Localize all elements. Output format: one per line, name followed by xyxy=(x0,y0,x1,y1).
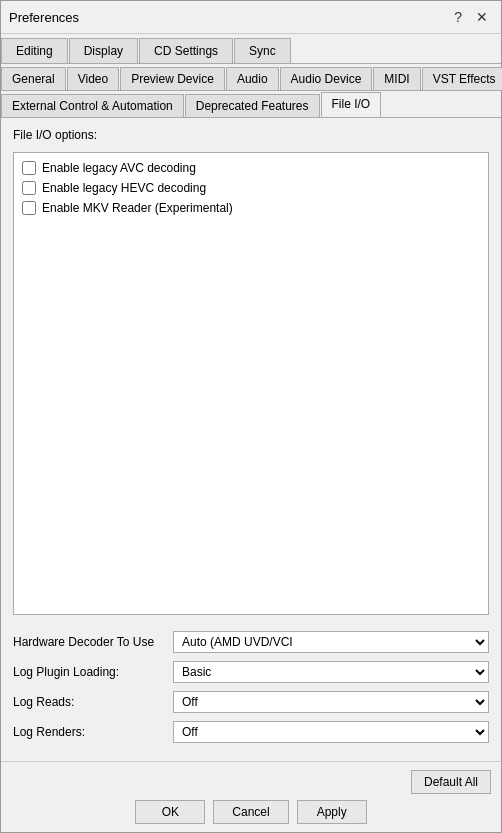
tab-cd-settings[interactable]: CD Settings xyxy=(139,38,233,63)
tab-preview-device[interactable]: Preview Device xyxy=(120,67,225,90)
checkbox-hevc-label: Enable legacy HEVC decoding xyxy=(42,181,206,195)
default-row: Default All xyxy=(11,770,491,794)
log-plugin-label: Log Plugin Loading: xyxy=(13,665,173,679)
section-title: File I/O options: xyxy=(13,128,489,142)
log-reads-label: Log Reads: xyxy=(13,695,173,709)
tabs-row-3: External Control & Automation Deprecated… xyxy=(1,91,501,118)
tab-deprecated-features[interactable]: Deprecated Features xyxy=(185,94,320,117)
title-bar-right: ? ✕ xyxy=(449,7,493,27)
setting-row-log-plugin: Log Plugin Loading: Basic Verbose Off xyxy=(13,661,489,683)
tab-midi[interactable]: MIDI xyxy=(373,67,420,90)
tab-vst-effects[interactable]: VST Effects xyxy=(422,67,502,90)
default-all-button[interactable]: Default All xyxy=(411,770,491,794)
tab-sync[interactable]: Sync xyxy=(234,38,291,63)
checkbox-row-hevc: Enable legacy HEVC decoding xyxy=(22,181,480,195)
log-renders-select[interactable]: Off Basic Verbose xyxy=(173,721,489,743)
tab-display[interactable]: Display xyxy=(69,38,138,63)
checkbox-avc-label: Enable legacy AVC decoding xyxy=(42,161,196,175)
checkbox-mkv-label: Enable MKV Reader (Experimental) xyxy=(42,201,233,215)
tabs-row-2: General Video Preview Device Audio Audio… xyxy=(1,64,501,91)
help-button[interactable]: ? xyxy=(449,7,467,27)
preferences-window: Preferences ? ✕ Editing Display CD Setti… xyxy=(0,0,502,833)
checkbox-row-avc: Enable legacy AVC decoding xyxy=(22,161,480,175)
tab-video[interactable]: Video xyxy=(67,67,119,90)
bottom-bar: Default All OK Cancel Apply xyxy=(1,761,501,832)
tabs-row-1: Editing Display CD Settings Sync xyxy=(1,34,501,64)
close-button[interactable]: ✕ xyxy=(471,7,493,27)
options-box: Enable legacy AVC decoding Enable legacy… xyxy=(13,152,489,615)
checkbox-hevc[interactable] xyxy=(22,181,36,195)
setting-row-log-reads: Log Reads: Off Basic Verbose xyxy=(13,691,489,713)
apply-button[interactable]: Apply xyxy=(297,800,367,824)
window-title: Preferences xyxy=(9,10,79,25)
log-renders-label: Log Renders: xyxy=(13,725,173,739)
checkbox-avc[interactable] xyxy=(22,161,36,175)
action-row: OK Cancel Apply xyxy=(11,800,491,824)
hardware-decoder-select[interactable]: Auto (AMD UVD/VCI None DXVA2 D3D11 xyxy=(173,631,489,653)
tab-external-control[interactable]: External Control & Automation xyxy=(1,94,184,117)
tab-editing[interactable]: Editing xyxy=(1,38,68,63)
log-plugin-select[interactable]: Basic Verbose Off xyxy=(173,661,489,683)
content-area: File I/O options: Enable legacy AVC deco… xyxy=(1,118,501,761)
tab-general[interactable]: General xyxy=(1,67,66,90)
ok-button[interactable]: OK xyxy=(135,800,205,824)
tab-file-io[interactable]: File I/O xyxy=(321,92,382,117)
checkbox-row-mkv: Enable MKV Reader (Experimental) xyxy=(22,201,480,215)
tab-audio-device[interactable]: Audio Device xyxy=(280,67,373,90)
title-bar: Preferences ? ✕ xyxy=(1,1,501,34)
checkbox-mkv[interactable] xyxy=(22,201,36,215)
title-bar-left: Preferences xyxy=(9,10,79,25)
settings-area: Hardware Decoder To Use Auto (AMD UVD/VC… xyxy=(13,631,489,751)
setting-row-hardware: Hardware Decoder To Use Auto (AMD UVD/VC… xyxy=(13,631,489,653)
log-reads-select[interactable]: Off Basic Verbose xyxy=(173,691,489,713)
tab-audio[interactable]: Audio xyxy=(226,67,279,90)
cancel-button[interactable]: Cancel xyxy=(213,800,288,824)
setting-row-log-renders: Log Renders: Off Basic Verbose xyxy=(13,721,489,743)
hardware-decoder-label: Hardware Decoder To Use xyxy=(13,635,173,649)
